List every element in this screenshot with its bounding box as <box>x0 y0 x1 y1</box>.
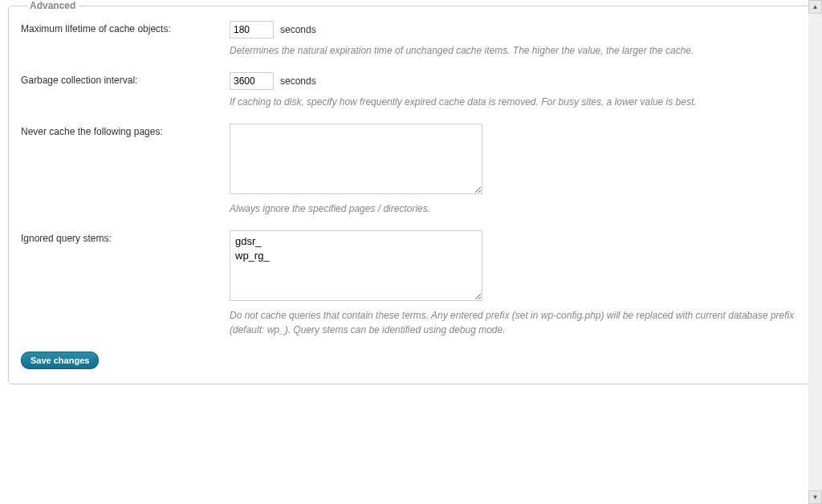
field-row-lifetime: Maximum lifetime of cache objects: secon… <box>21 21 801 39</box>
save-button[interactable]: Save changes <box>21 352 99 369</box>
label-query-stems: Ignored query stems: <box>21 230 230 244</box>
advanced-fieldset: Advanced Maximum lifetime of cache objec… <box>8 0 814 384</box>
field-row-query-stems: Ignored query stems: <box>21 230 801 303</box>
textarea-never-cache[interactable] <box>230 124 482 194</box>
description-lifetime: Determines the natural expiration time o… <box>230 43 801 58</box>
label-gc: Garbage collection interval: <box>21 72 230 86</box>
field-row-never-cache: Never cache the following pages: <box>21 124 801 197</box>
fieldset-legend: Advanced <box>27 0 78 11</box>
field-row-gc: Garbage collection interval: seconds <box>21 72 801 90</box>
description-query-stems: Do not cache queries that contain these … <box>230 308 801 337</box>
scroll-up-icon[interactable]: ▲ <box>808 0 822 14</box>
save-row: Save changes <box>21 352 801 369</box>
scrollbar[interactable]: ▲ ▼ <box>808 0 822 392</box>
textarea-query-stems[interactable] <box>230 230 482 301</box>
label-lifetime: Maximum lifetime of cache objects: <box>21 21 230 35</box>
description-never-cache: Always ignore the specified pages / dire… <box>230 201 801 216</box>
input-gc[interactable] <box>230 72 274 90</box>
suffix-gc: seconds <box>280 75 316 87</box>
input-lifetime[interactable] <box>230 21 274 39</box>
suffix-lifetime: seconds <box>280 24 316 35</box>
description-gc: If caching to disk, specify how frequent… <box>230 95 801 109</box>
label-never-cache: Never cache the following pages: <box>21 124 230 137</box>
